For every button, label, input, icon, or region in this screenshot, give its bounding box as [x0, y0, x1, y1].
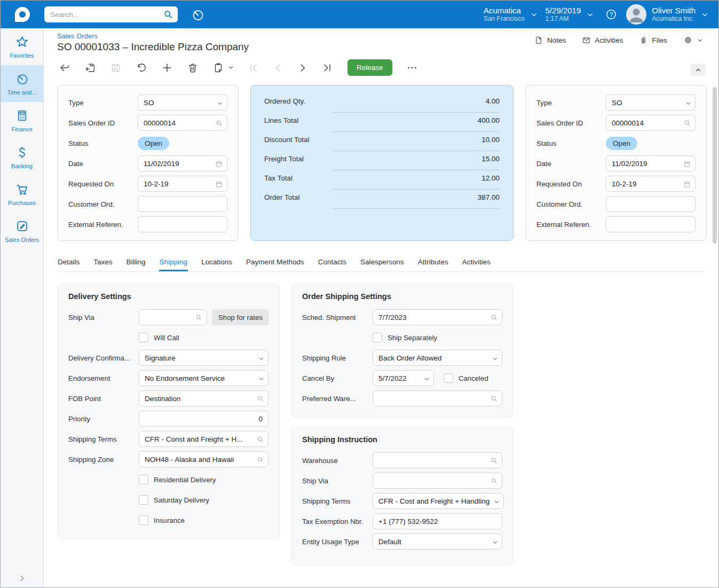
- tab-details[interactable]: Details: [57, 255, 80, 271]
- ship-via-lookup[interactable]: [139, 309, 207, 325]
- star-icon: [15, 35, 29, 49]
- tab-attributes[interactable]: Attributes: [417, 255, 449, 271]
- tab-payment-methods[interactable]: Payment Methods: [246, 255, 305, 271]
- sidebar-item-sales-orders[interactable]: Sales Orders: [1, 213, 43, 249]
- shipping-terms-select[interactable]: CFR - Cost and Freight + Handling: [373, 493, 504, 509]
- search-icon[interactable]: [163, 9, 173, 20]
- cancel-by-select[interactable]: 5/7/2022: [373, 370, 434, 386]
- company-selector[interactable]: Acumatica San Francisco: [484, 6, 525, 22]
- tab-salespersons[interactable]: Salespersons: [360, 255, 405, 271]
- calendar-icon[interactable]: [683, 160, 691, 168]
- files-button[interactable]: Files: [639, 36, 667, 45]
- sched-shipment-lookup[interactable]: 7/7/2023: [373, 309, 502, 325]
- sales-order-id-lookup[interactable]: 00000014: [606, 115, 696, 131]
- delivery-confirmation-select[interactable]: Signature: [139, 350, 268, 366]
- go-next-button[interactable]: [297, 62, 308, 73]
- go-last-button[interactable]: [322, 62, 333, 73]
- tab-taxes[interactable]: Taxes: [93, 255, 113, 271]
- delete-button[interactable]: [187, 62, 199, 74]
- tab-activities[interactable]: Activities: [462, 255, 491, 271]
- will-call-label: Will Call: [154, 334, 179, 342]
- tab-shipping[interactable]: Shipping: [159, 255, 188, 271]
- breadcrumb[interactable]: Sales Orders: [57, 32, 98, 40]
- tab-contacts[interactable]: Contacts: [318, 255, 347, 271]
- user-menu[interactable]: Oliver Smith Acumatica Inc.: [652, 6, 696, 22]
- shipping-rule-select[interactable]: Back Order Allowed: [373, 350, 502, 366]
- type-select[interactable]: SO: [138, 95, 227, 111]
- release-button[interactable]: Release: [347, 59, 392, 76]
- lookup-icon[interactable]: [215, 119, 223, 127]
- ship-via-lookup[interactable]: [373, 473, 502, 489]
- search-input[interactable]: [44, 11, 156, 19]
- priority-field[interactable]: 0: [139, 411, 268, 427]
- time-tracking-icon[interactable]: [191, 7, 205, 22]
- tax-exemption-field[interactable]: +1 (777) 532-9522: [373, 513, 502, 529]
- sidebar-item-favorites[interactable]: Favorites: [1, 28, 43, 65]
- date-field[interactable]: 11/02/2019: [606, 155, 696, 171]
- copy-paste-button[interactable]: [212, 62, 234, 74]
- lookup-icon[interactable]: [256, 435, 264, 443]
- customization-menu[interactable]: [683, 35, 704, 45]
- date-field[interactable]: 11/02/2019: [138, 155, 227, 171]
- sidebar-expand-icon[interactable]: [1, 574, 43, 583]
- lookup-icon[interactable]: [683, 119, 691, 127]
- customer-order-field[interactable]: [606, 196, 696, 212]
- lookup-icon[interactable]: [490, 313, 498, 322]
- sidebar-item-finance[interactable]: Finance: [1, 102, 43, 139]
- calendar-icon[interactable]: [215, 180, 223, 189]
- notes-button[interactable]: Notes: [534, 36, 566, 45]
- business-date-selector[interactable]: 5/29/2019 1:17 AM: [546, 6, 581, 22]
- cancel-back-button[interactable]: [59, 62, 70, 74]
- customer-order-field[interactable]: [138, 196, 227, 212]
- add-record-button[interactable]: [161, 62, 173, 74]
- help-icon[interactable]: ?: [605, 8, 618, 21]
- scrollbar-thumb[interactable]: [713, 87, 717, 244]
- shipping-zone-lookup[interactable]: NOH48 - Alaska and Hawaii: [139, 451, 268, 467]
- ship-separately-checkbox[interactable]: [373, 333, 382, 342]
- external-reference-field[interactable]: [606, 216, 696, 232]
- calendar-icon[interactable]: [683, 180, 691, 189]
- collapse-summary-button[interactable]: [691, 64, 706, 76]
- canceled-checkbox[interactable]: [444, 373, 453, 383]
- user-avatar[interactable]: [626, 4, 646, 25]
- requested-on-field[interactable]: 10-2-19: [138, 176, 227, 192]
- save-close-button[interactable]: [84, 62, 96, 74]
- sidebar-item-purchases[interactable]: Purchases: [1, 176, 43, 213]
- lookup-icon[interactable]: [256, 456, 264, 464]
- more-actions-button[interactable]: [406, 62, 418, 74]
- tab-billing[interactable]: Billing: [126, 255, 146, 271]
- sidebar-item-time[interactable]: Time and...: [1, 65, 43, 102]
- field-label: External Referen.: [68, 221, 138, 229]
- shipping-terms-lookup[interactable]: CFR - Const and Freight + H...: [139, 431, 268, 447]
- activities-button[interactable]: Activities: [582, 36, 623, 45]
- calendar-icon[interactable]: [215, 160, 223, 168]
- lookup-icon[interactable]: [490, 477, 498, 485]
- chevron-down-icon[interactable]: [530, 11, 538, 19]
- lookup-icon[interactable]: [490, 395, 498, 403]
- type-select[interactable]: SO: [606, 95, 696, 111]
- shop-for-rates-button[interactable]: Shop for rates: [212, 309, 269, 325]
- entity-usage-type-select[interactable]: Default: [373, 534, 502, 550]
- lookup-icon[interactable]: [490, 457, 498, 465]
- chevron-down-icon[interactable]: [586, 11, 594, 19]
- preferred-warehouse-lookup[interactable]: [373, 390, 502, 406]
- fob-point-lookup[interactable]: Destination: [139, 390, 268, 406]
- undo-button[interactable]: [136, 62, 147, 74]
- sidebar-item-banking[interactable]: Banking: [1, 139, 43, 176]
- insurance-checkbox[interactable]: [139, 515, 148, 525]
- lookup-icon[interactable]: [256, 395, 264, 403]
- will-call-checkbox[interactable]: [139, 333, 148, 342]
- tab-locations[interactable]: Locations: [201, 255, 233, 271]
- endorsement-select[interactable]: No Endorsement Service: [139, 370, 268, 386]
- chevron-down-icon: [685, 100, 691, 106]
- residential-delivery-checkbox[interactable]: [139, 475, 148, 484]
- lookup-icon[interactable]: [195, 313, 203, 322]
- totals-value: 10.00: [333, 135, 500, 151]
- acumatica-logo-icon[interactable]: [13, 5, 31, 23]
- external-reference-field[interactable]: [138, 216, 227, 232]
- saturday-delivery-checkbox[interactable]: [139, 495, 148, 505]
- warehouse-lookup[interactable]: [373, 452, 502, 468]
- sales-order-id-lookup[interactable]: 00000014: [138, 115, 227, 131]
- requested-on-field[interactable]: 10-2-19: [606, 176, 696, 192]
- chevron-down-icon[interactable]: [701, 11, 709, 19]
